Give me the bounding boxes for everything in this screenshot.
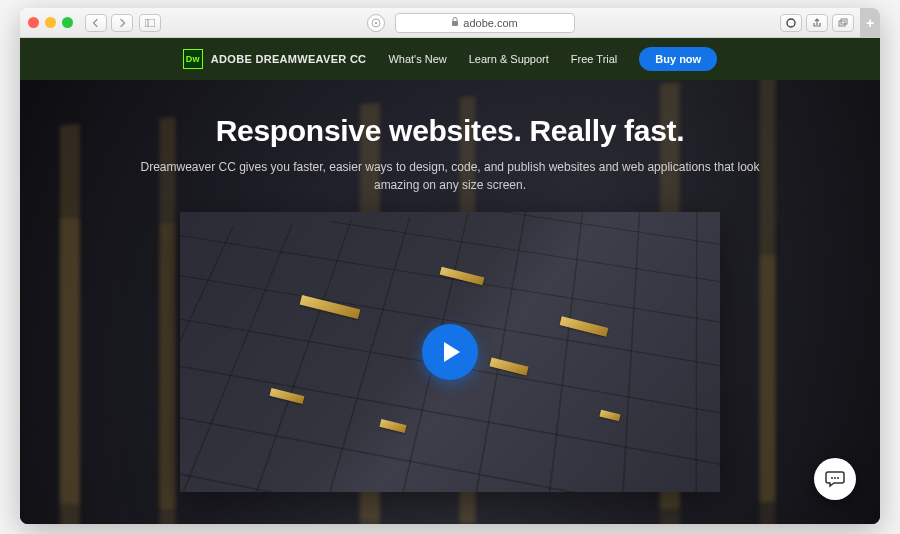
- buy-now-button[interactable]: Buy now: [639, 47, 717, 71]
- hero-headline: Responsive websites. Really fast.: [20, 114, 880, 148]
- address-bar-group: adobe.com: [367, 13, 575, 33]
- brand[interactable]: Dw ADOBE DREAMWEAVER CC: [183, 49, 367, 69]
- nav-link-whats-new[interactable]: What's New: [388, 53, 446, 65]
- chat-icon: [825, 470, 845, 488]
- window-controls: [28, 17, 73, 28]
- toolbar-right-buttons: [780, 14, 854, 32]
- url-host: adobe.com: [463, 17, 517, 29]
- svg-point-8: [831, 477, 833, 479]
- nav-link-free-trial[interactable]: Free Trial: [571, 53, 617, 65]
- nav-back-forward: [85, 14, 133, 32]
- extension-button[interactable]: [780, 14, 802, 32]
- svg-point-5: [787, 19, 795, 27]
- hero-text: Responsive websites. Really fast. Dreamw…: [20, 80, 880, 194]
- play-icon: [442, 341, 462, 363]
- chat-button[interactable]: [814, 458, 856, 500]
- forward-button[interactable]: [111, 14, 133, 32]
- tabs-button[interactable]: [832, 14, 854, 32]
- maximize-window-button[interactable]: [62, 17, 73, 28]
- page-content: Dw ADOBE DREAMWEAVER CC What's New Learn…: [20, 38, 880, 524]
- site-nav: Dw ADOBE DREAMWEAVER CC What's New Learn…: [20, 38, 880, 80]
- sidebar-toggle-button[interactable]: [139, 14, 161, 32]
- browser-toolbar: adobe.com +: [20, 8, 880, 38]
- svg-point-3: [374, 21, 376, 23]
- lock-icon: [451, 17, 459, 28]
- brand-label: ADOBE DREAMWEAVER CC: [211, 53, 367, 65]
- new-tab-button[interactable]: +: [860, 8, 880, 38]
- play-button[interactable]: [422, 324, 478, 380]
- site-settings-button[interactable]: [367, 14, 385, 32]
- hero-video[interactable]: [180, 212, 720, 492]
- svg-point-10: [837, 477, 839, 479]
- minimize-window-button[interactable]: [45, 17, 56, 28]
- share-button[interactable]: [806, 14, 828, 32]
- nav-link-learn-support[interactable]: Learn & Support: [469, 53, 549, 65]
- address-bar[interactable]: adobe.com: [395, 13, 575, 33]
- svg-rect-0: [145, 19, 155, 27]
- dreamweaver-logo-icon: Dw: [183, 49, 203, 69]
- hero-subhead: Dreamweaver CC gives you faster, easier …: [140, 158, 760, 194]
- back-button[interactable]: [85, 14, 107, 32]
- browser-window: adobe.com + Dw ADOBE DREAMWEAVER CC What…: [20, 8, 880, 524]
- close-window-button[interactable]: [28, 17, 39, 28]
- svg-rect-4: [452, 21, 458, 26]
- svg-point-9: [834, 477, 836, 479]
